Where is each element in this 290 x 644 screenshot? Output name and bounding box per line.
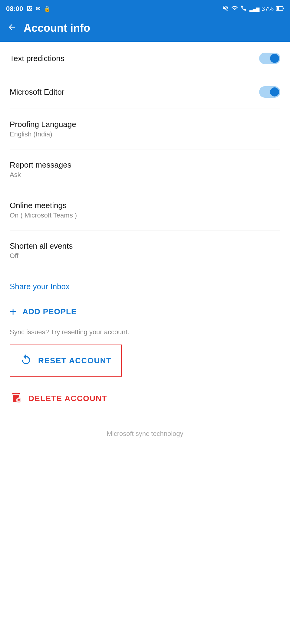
footer-text: Microsoft sync technology xyxy=(107,430,183,437)
reset-account-button[interactable]: RESET ACCOUNT xyxy=(10,345,122,377)
svg-rect-1 xyxy=(277,7,279,10)
battery-display: 37% xyxy=(262,5,274,12)
status-bar: 08:00 🖼 ✉ 🔒 ▂▄▆ 37% xyxy=(0,0,290,17)
setting-label-shorten-all-events: Shorten all events Off xyxy=(10,241,73,260)
mute-icon xyxy=(222,5,229,13)
battery-icon xyxy=(276,6,284,12)
page-title: Account info xyxy=(24,22,90,34)
lock-icon: 🔒 xyxy=(44,5,51,12)
setting-label-report-messages: Report messages Ask xyxy=(10,160,71,179)
call-icon xyxy=(240,5,247,13)
share-inbox-link[interactable]: Share your Inbox xyxy=(10,271,280,299)
signal-icon: ▂▄▆ xyxy=(249,6,259,12)
wifi-icon xyxy=(231,5,238,13)
toggle-thumb xyxy=(270,87,279,96)
setting-label-microsoft-editor: Microsoft Editor xyxy=(10,87,64,97)
header: Account info xyxy=(0,17,290,42)
add-people-label: ADD PEOPLE xyxy=(22,307,77,316)
setting-row-proofing-language[interactable]: Proofing Language English (India) xyxy=(10,109,280,149)
toggle-thumb xyxy=(270,54,279,63)
image-icon: 🖼 xyxy=(27,6,32,12)
toggle-track xyxy=(259,86,280,98)
svg-text:×: × xyxy=(17,398,20,403)
reset-icon xyxy=(20,354,32,368)
setting-label-proofing-language: Proofing Language English (India) xyxy=(10,120,76,138)
setting-row-online-meetings[interactable]: Online meetings On ( Microsoft Teams ) xyxy=(10,190,280,230)
reset-account-label: RESET ACCOUNT xyxy=(38,356,111,365)
status-right-icons: ▂▄▆ 37% xyxy=(222,5,284,13)
setting-label-text-predictions: Text predictions xyxy=(10,54,64,63)
svg-rect-2 xyxy=(283,8,284,9)
setting-row-text-predictions[interactable]: Text predictions xyxy=(10,42,280,75)
plus-icon: + xyxy=(10,306,16,317)
toggle-microsoft-editor[interactable] xyxy=(259,86,280,98)
status-time: 08:00 🖼 ✉ 🔒 xyxy=(6,5,51,13)
sync-hint-text: Sync issues? Try resetting your account. xyxy=(10,328,280,345)
delete-icon: × xyxy=(10,391,22,406)
setting-row-report-messages[interactable]: Report messages Ask xyxy=(10,149,280,190)
delete-account-row[interactable]: × DELETE ACCOUNT xyxy=(10,389,280,424)
setting-row-shorten-all-events[interactable]: Shorten all events Off xyxy=(10,230,280,271)
toggle-track xyxy=(259,53,280,64)
setting-row-microsoft-editor[interactable]: Microsoft Editor xyxy=(10,75,280,109)
delete-account-label: DELETE ACCOUNT xyxy=(28,394,107,403)
content-area: Text predictions Microsoft Editor Proofi… xyxy=(0,42,290,424)
add-people-row[interactable]: + ADD PEOPLE xyxy=(10,299,280,328)
footer: Microsoft sync technology xyxy=(0,424,290,450)
back-button[interactable] xyxy=(7,23,16,34)
toggle-text-predictions[interactable] xyxy=(259,53,280,64)
mail-icon: ✉ xyxy=(36,5,40,12)
setting-label-online-meetings: Online meetings On ( Microsoft Teams ) xyxy=(10,201,77,219)
time-display: 08:00 xyxy=(6,5,23,13)
